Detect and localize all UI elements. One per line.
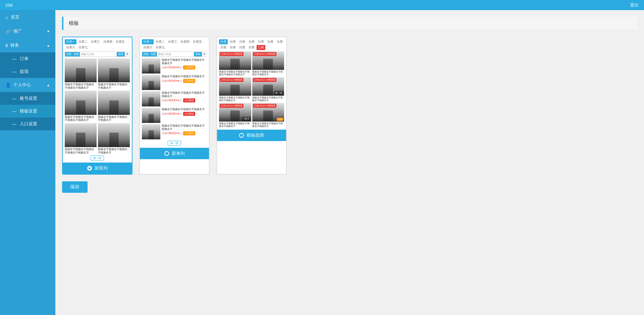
cat-tab[interactable]: 分类 [275, 39, 284, 44]
settings-icon[interactable]: ⚙ [125, 52, 129, 56]
cat-tab[interactable]: 分类 [238, 45, 247, 50]
template-label-mosaic[interactable]: 模板故障 [217, 130, 286, 141]
list-item: 视频名字视频名字视频名字视频名字视频名字 已选付费观看888人 点击購促 [142, 58, 207, 74]
topbar: 258 退出 [0, 0, 644, 10]
badge-views: 已有1213人付费观看 [253, 104, 277, 108]
template-search-single: 高图 高图 请输入内容 搜索 ⚙ [142, 51, 207, 57]
badge-views: 已有1213人付费观看 [253, 78, 277, 82]
cat-tab[interactable]: 分类七 [77, 45, 89, 50]
cat-tab[interactable]: 分类五 [114, 39, 126, 44]
buy-btn[interactable]: 点击購促 [183, 131, 195, 135]
logout-btn[interactable]: 退出 [630, 2, 639, 8]
cat-tab-active[interactable]: 分类一 [65, 39, 76, 44]
search-button[interactable]: 搜索 [117, 52, 125, 56]
cat-tab[interactable]: 分类 [266, 39, 275, 44]
search-type-btn2[interactable]: 高图 [150, 52, 157, 56]
radio-icon [239, 133, 244, 138]
buy-btn[interactable]: 点击購促 [183, 79, 195, 83]
search-input-placeholder: 请输入内容 [157, 52, 194, 56]
bridge-image [142, 75, 160, 90]
cat-tab[interactable]: 分类七 [154, 45, 166, 50]
cat-tab[interactable]: 分类四 [179, 39, 191, 44]
video-info: 视频名字视频名字视频名字视频名字 已选付费观看888人 点击購促 [162, 108, 207, 123]
bridge-image [98, 123, 130, 147]
cat-tab[interactable]: 分类 [228, 45, 237, 50]
cat-tab[interactable]: 分类二 [154, 39, 166, 44]
price-label: 已选付费观看888人 [162, 112, 182, 116]
cat-tab[interactable]: 分类三 [167, 39, 178, 44]
more-btn-single[interactable]: 换一批 [168, 141, 181, 146]
buy-btn[interactable]: 点击購促 [183, 65, 195, 70]
cat-tab[interactable]: 分类四 [102, 39, 114, 44]
buy-btn[interactable]: 点击購促 [183, 98, 195, 102]
video-thumb [65, 123, 97, 147]
save-button[interactable]: 保存 [62, 181, 88, 193]
cat-tab[interactable]: 分类 [219, 45, 228, 50]
sidebar-item-account[interactable]: — 账号设置 [0, 92, 55, 105]
sidebar-item-order[interactable]: — 订单 [0, 52, 55, 65]
bridge-image [142, 124, 160, 139]
video-info: 视频名字视频名字视频名字视频名字 已选付费观看888人 点击購促 [162, 75, 207, 90]
search-button[interactable]: 搜索 [194, 52, 202, 56]
cat-tab[interactable]: 分类六 [65, 45, 76, 50]
bridge-image [142, 58, 160, 74]
template-label-single[interactable]: 新单列 [140, 148, 209, 159]
finance-icon: $ [5, 43, 8, 48]
search-type-btn[interactable]: 高图 [65, 52, 72, 56]
cat-tab[interactable]: 分类六 [142, 45, 154, 50]
sidebar-account-label: 账号设置 [20, 95, 37, 101]
template-card-mosaic[interactable]: 分类 分类 分类 分类 分类 分类 分类 分类 分类 分类 分类 已购 [216, 37, 287, 175]
template-name-single: 新单列 [172, 150, 185, 156]
video-title: 视频名字视频名字视频名字视频名字视频名字 [162, 91, 207, 98]
search-type-btn2[interactable]: 高图 [72, 52, 80, 56]
bridge-image [98, 58, 130, 82]
sidebar-item-finance[interactable]: $ 财务 ▲ [0, 38, 55, 52]
cat-tabs-single: 分类一 分类二 分类三 分类四 分类五 分类六 分类七 [142, 39, 207, 50]
ticket-overlay-btn[interactable]: 门票天 [241, 117, 251, 121]
template-card-double[interactable]: 分类一 分类二 分类三 分类四 分类五 分类六 分类七 高图 高图 请输入内容 … [62, 37, 132, 175]
personal-arrow-icon: ▲ [47, 83, 50, 87]
cat-tab[interactable]: 分类 [247, 39, 256, 44]
sidebar-item-withdraw[interactable]: — 提现 [0, 65, 55, 78]
mosaic-caption: 视频名字视频名字视频名字视频名字视频名字 [252, 96, 284, 102]
cat-tab[interactable]: 分类二 [77, 39, 89, 44]
sidebar-item-promote[interactable]: 🔗 推广 ▼ [0, 24, 55, 38]
price-row: 已选付费观看888人 点击購促 [162, 98, 207, 102]
sidebar-item-home[interactable]: ⌂ 首页 [0, 10, 55, 24]
sidebar-item-template[interactable]: — 模板设置 [0, 105, 55, 118]
video-title: 视频名字视频名字视频名字视频名字视频名字 [162, 58, 207, 65]
template-search-double: 高图 高图 请输入内容 搜索 ⚙ [65, 51, 130, 57]
video-thumb [65, 91, 97, 115]
mosaic-caption: 视频名字视频名字视频名字视频名字视频名字视频名字 [219, 71, 251, 76]
cat-tab[interactable]: 分类五 [192, 39, 203, 44]
template-inner-single: 分类一 分类二 分类三 分类四 分类五 分类六 分类七 高图 高图 请输入内容 … [140, 37, 209, 148]
price-label: 已选付费观看888人 [162, 99, 182, 102]
sidebar-personal-label: 个人中心 [13, 82, 31, 88]
video-info: 视频名字视频名字视频名字视频名字视频名字 已选付费观看888人 点击購促 [162, 124, 207, 139]
cat-tab[interactable]: 分类 [238, 39, 247, 44]
buy-btn[interactable]: 点击購促 [183, 112, 195, 116]
cat-tab-active[interactable]: 分类 [219, 39, 228, 44]
template-card-single[interactable]: 分类一 分类二 分类三 分类四 分类五 分类六 分类七 高图 高图 请输入内容 … [139, 37, 210, 175]
price-row: 已选付费观看888人 点击購促 [162, 65, 207, 70]
more-overlay-btn[interactable]: 换一批 [274, 91, 283, 95]
list-item: 视频名字视频名字视频名字视频名字 已选付费观看888人 点击購促 [142, 108, 207, 123]
bridge-image: 已有1213人付费观看 [219, 51, 251, 70]
cat-tab[interactable]: 分类 [228, 39, 237, 44]
template-label-double[interactable]: 新双列 [63, 163, 132, 174]
cat-tab[interactable]: 分类 [247, 45, 256, 50]
bridge-image: 已有1213人付费观看 [219, 77, 251, 96]
settings-icon[interactable]: ⚙ [202, 52, 207, 56]
search-type-btn[interactable]: 高图 [142, 52, 150, 56]
badge-views: 已有1213人付费观看 [220, 104, 244, 108]
video-thumb [65, 58, 97, 82]
more-btn-double[interactable]: 换一批 [91, 155, 104, 161]
cat-tab-purchased[interactable]: 已购 [257, 45, 265, 50]
mosaic-item: 已有1213人付费观看 门票天 视频名字视频名字视频名字视频名字视频名字 [219, 103, 251, 128]
cat-tab[interactable]: 分类三 [90, 39, 101, 44]
cat-tabs-mosaic: 分类 分类 分类 分类 分类 分类 分类 分类 分类 分类 分类 已购 [219, 39, 284, 50]
sidebar-item-personal[interactable]: 👤 个人中心 ▲ [0, 78, 55, 92]
cat-tab[interactable]: 分类 [257, 39, 265, 44]
cat-tab-active[interactable]: 分类一 [142, 39, 154, 44]
sidebar-item-entry[interactable]: — 入口设置 [0, 118, 55, 130]
